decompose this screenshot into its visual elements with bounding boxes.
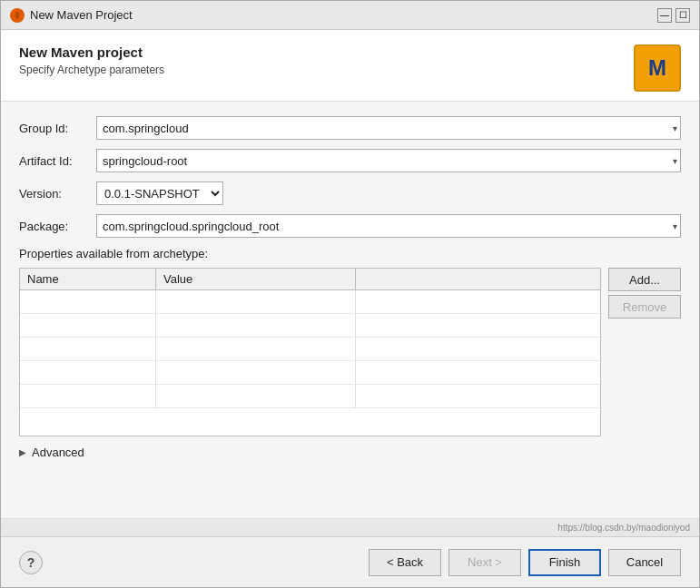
version-row: Version: 0.0.1-SNAPSHOT [19,181,681,205]
header-text: New Maven project Specify Archetype para… [19,44,164,76]
properties-label: Properties available from archetype: [19,247,681,260]
cell-name [20,361,156,384]
watermark-text: https://blog.csdn.by/maodioniyod [557,523,690,533]
minimize-button[interactable]: — [657,8,672,23]
maven-letter: M [648,55,666,81]
table-container: Name Value [19,268,681,436]
footer: ? < Back Next > Finish Cancel [1,536,699,587]
cell-value [156,338,356,360]
group-id-input[interactable] [96,116,681,140]
maven-icon: M [634,44,681,92]
cell-extra [356,290,600,313]
back-button[interactable]: < Back [369,549,441,576]
watermark-bar: https://blog.csdn.by/maodioniyod [1,518,699,536]
title-bar: New Maven Project — ☐ [1,1,699,30]
group-id-input-wrapper: ▾ [96,116,681,140]
remove-button[interactable]: Remove [608,295,681,318]
cell-name [20,314,156,337]
package-label: Package: [19,220,96,233]
col-header-name: Name [20,269,156,289]
artifact-id-label: Artifact Id: [19,154,96,168]
package-row: Package: ▾ [19,214,681,238]
package-input[interactable] [96,214,681,238]
title-bar-controls: — ☐ [657,8,690,23]
dialog-window: New Maven Project — ☐ New Maven project … [0,0,700,588]
header-section: New Maven project Specify Archetype para… [1,30,699,102]
advanced-arrow-icon: ▶ [19,447,26,457]
footer-left: ? [19,551,43,574]
table-body [20,290,600,436]
version-select[interactable]: 0.0.1-SNAPSHOT [96,181,223,205]
form-section: Group Id: ▾ Artifact Id: ▾ Version: 0.0.… [1,102,699,518]
title-bar-left: New Maven Project [10,8,133,23]
title-bar-text: New Maven Project [30,8,133,22]
cell-value [156,290,356,313]
properties-table: Name Value [19,268,601,436]
cell-name [20,290,156,313]
eclipse-icon [10,8,25,23]
cancel-button[interactable]: Cancel [608,549,681,576]
group-id-row: Group Id: ▾ [19,116,681,140]
wizard-title: New Maven project [19,44,164,60]
col-header-extra [356,269,600,289]
table-row [20,385,600,408]
finish-button[interactable]: Finish [528,549,601,576]
table-buttons: Add... Remove [608,268,681,436]
cell-value [156,314,356,337]
col-header-value: Value [156,269,356,289]
table-row [20,314,600,338]
cell-value [156,385,356,407]
next-button[interactable]: Next > [449,549,521,576]
footer-right: < Back Next > Finish Cancel [369,549,681,576]
table-row [20,338,600,361]
package-input-wrapper: ▾ [96,214,681,238]
group-id-label: Group Id: [19,122,96,135]
cell-value [156,361,356,384]
table-row [20,361,600,385]
cell-extra [356,338,600,360]
cell-extra [356,361,600,384]
artifact-id-input[interactable] [96,149,681,172]
maximize-button[interactable]: ☐ [675,8,690,23]
advanced-section[interactable]: ▶ Advanced [19,446,681,459]
advanced-label: Advanced [32,446,84,459]
svg-point-1 [15,12,19,19]
cell-name [20,338,156,360]
table-row [20,290,600,314]
cell-name [20,385,156,407]
add-button[interactable]: Add... [608,268,681,291]
version-label: Version: [19,187,96,201]
help-button[interactable]: ? [19,551,43,574]
content-area: New Maven project Specify Archetype para… [1,30,699,536]
artifact-id-row: Artifact Id: ▾ [19,149,681,172]
table-header: Name Value [20,269,600,290]
cell-extra [356,385,600,407]
wizard-subtitle: Specify Archetype parameters [19,64,164,76]
cell-extra [356,314,600,337]
artifact-id-input-wrapper: ▾ [96,149,681,172]
